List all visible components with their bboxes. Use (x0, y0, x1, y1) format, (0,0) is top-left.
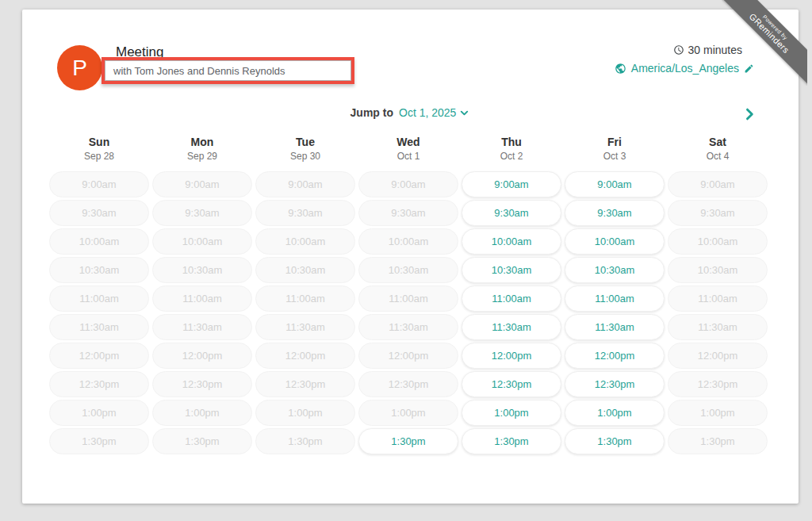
slot-wed-11:00am: 11:00am (358, 285, 458, 312)
timezone-text: America/Los_Angeles (631, 62, 739, 75)
slot-fri-1:00pm[interactable]: 1:00pm (565, 400, 665, 426)
slot-mon-9:00am: 9:00am (152, 171, 252, 197)
day-header-wed: WedOct 1 (358, 135, 458, 162)
slot-wed-10:30am: 10:30am (358, 257, 458, 283)
slot-fri-12:30pm[interactable]: 12:30pm (565, 371, 665, 397)
slot-fri-9:30am[interactable]: 9:30am (565, 200, 665, 226)
day-name: Thu (462, 135, 561, 149)
slot-sat-11:00am: 11:00am (668, 285, 768, 312)
slot-sat-1:00pm: 1:00pm (668, 400, 768, 426)
slot-sun-1:00pm: 1:00pm (49, 400, 149, 426)
day-date: Oct 1 (358, 151, 458, 162)
day-date: Oct 3 (565, 151, 665, 162)
jump-to-label: Jump to (350, 106, 393, 119)
slot-sat-1:30pm: 1:30pm (668, 428, 768, 454)
slot-thu-1:00pm[interactable]: 1:00pm (462, 400, 561, 426)
slot-tue-11:30am: 11:30am (255, 314, 355, 340)
jump-date-picker[interactable]: Oct 1, 2025 (399, 106, 470, 119)
day-name: Tue (255, 135, 355, 149)
slot-sat-12:30pm: 12:30pm (668, 371, 768, 397)
slot-fri-10:30am[interactable]: 10:30am (565, 257, 665, 283)
slot-wed-12:30pm: 12:30pm (358, 371, 458, 397)
slot-tue-9:30am: 9:30am (255, 200, 355, 226)
day-name: Fri (565, 135, 665, 149)
slot-sun-10:30am: 10:30am (49, 257, 149, 283)
slot-thu-10:00am[interactable]: 10:00am (462, 228, 561, 255)
chevron-right-icon (741, 106, 757, 122)
slot-sat-9:30am: 9:30am (668, 200, 768, 226)
day-header-mon: MonSep 29 (152, 135, 252, 162)
slot-tue-9:00am: 9:00am (255, 171, 355, 197)
day-date: Sep 30 (255, 151, 355, 162)
slot-thu-11:30am[interactable]: 11:30am (462, 314, 561, 340)
slot-fri-9:00am[interactable]: 9:00am (565, 171, 665, 197)
slot-sat-12:00pm: 12:00pm (668, 343, 768, 369)
slot-fri-11:00am[interactable]: 11:00am (565, 285, 665, 312)
slot-thu-1:30pm[interactable]: 1:30pm (462, 428, 561, 454)
slot-fri-10:00am[interactable]: 10:00am (565, 228, 665, 255)
clock-icon (673, 44, 684, 56)
slot-tue-10:00am: 10:00am (255, 228, 355, 255)
slot-fri-12:00pm[interactable]: 12:00pm (565, 343, 665, 369)
day-date: Oct 2 (462, 151, 561, 162)
slot-sat-10:00am: 10:00am (668, 228, 768, 255)
slot-sun-10:00am: 10:00am (49, 228, 149, 255)
slot-wed-1:30pm[interactable]: 1:30pm (358, 428, 458, 454)
slot-sat-11:30am: 11:30am (668, 314, 768, 340)
day-header-sun: SunSep 28 (49, 135, 149, 162)
slot-thu-12:30pm[interactable]: 12:30pm (462, 371, 561, 397)
slot-mon-1:00pm: 1:00pm (152, 400, 252, 426)
meeting-meta: 30 minutes America/Los_Angeles (615, 44, 754, 75)
slot-mon-10:30am: 10:30am (152, 257, 252, 283)
next-week-button[interactable] (738, 103, 760, 125)
slot-sun-12:30pm: 12:30pm (49, 371, 149, 397)
slot-wed-9:00am: 9:00am (358, 171, 458, 197)
duration-text: 30 minutes (688, 44, 742, 56)
slot-sun-11:30am: 11:30am (49, 314, 149, 340)
day-header-sat: SatOct 4 (668, 135, 768, 162)
slot-tue-1:00pm: 1:00pm (255, 400, 355, 426)
day-date: Sep 28 (49, 151, 149, 162)
slot-thu-10:30am[interactable]: 10:30am (462, 257, 561, 283)
slot-sat-9:00am: 9:00am (668, 171, 768, 197)
slot-thu-9:30am[interactable]: 9:30am (462, 200, 561, 226)
slot-mon-11:00am: 11:00am (152, 285, 252, 312)
meeting-subtitle: with Tom Jones and Dennis Reynolds (105, 60, 351, 81)
slot-mon-9:30am: 9:30am (152, 200, 252, 226)
globe-icon (615, 63, 626, 75)
slot-sun-9:00am: 9:00am (49, 171, 149, 197)
slot-thu-11:00am[interactable]: 11:00am (462, 285, 561, 312)
slot-tue-12:00pm: 12:00pm (255, 343, 355, 369)
slot-sun-12:00pm: 12:00pm (49, 343, 149, 369)
slot-fri-11:30am[interactable]: 11:30am (565, 314, 665, 340)
day-header-tue: TueSep 30 (255, 135, 355, 162)
day-name: Wed (358, 135, 458, 149)
jump-date-text: Oct 1, 2025 (399, 106, 456, 119)
slot-mon-11:30am: 11:30am (152, 314, 252, 340)
timezone-selector[interactable]: America/Los_Angeles (615, 62, 754, 75)
day-name: Mon (152, 135, 252, 149)
day-name: Sat (668, 135, 768, 149)
slot-wed-1:00pm: 1:00pm (358, 400, 458, 426)
slot-thu-9:00am[interactable]: 9:00am (462, 171, 561, 197)
slot-thu-12:00pm[interactable]: 12:00pm (462, 343, 561, 369)
subtitle-highlight-box: with Tom Jones and Dennis Reynolds (102, 57, 354, 84)
slot-mon-12:30pm: 12:30pm (152, 371, 252, 397)
slot-sat-10:30am: 10:30am (668, 257, 768, 283)
edit-pencil-icon[interactable] (744, 63, 754, 74)
slot-wed-9:30am: 9:30am (358, 200, 458, 226)
slot-sun-11:00am: 11:00am (49, 285, 149, 312)
slot-sun-9:30am: 9:30am (49, 200, 149, 226)
booking-card: P Meeting with Tom Jones and Dennis Reyn… (22, 10, 799, 504)
slot-mon-1:30pm: 1:30pm (152, 428, 252, 454)
avatar-letter: P (72, 56, 87, 81)
slot-fri-1:30pm[interactable]: 1:30pm (565, 428, 665, 454)
slot-mon-10:00am: 10:00am (152, 228, 252, 255)
slot-wed-11:30am: 11:30am (358, 314, 458, 340)
jump-to-row: Jump to Oct 1, 2025 (22, 106, 799, 119)
slot-sun-1:30pm: 1:30pm (49, 428, 149, 454)
day-date: Oct 4 (668, 151, 768, 162)
day-date: Sep 29 (152, 151, 252, 162)
slot-tue-12:30pm: 12:30pm (255, 371, 355, 397)
slot-wed-12:00pm: 12:00pm (358, 343, 458, 369)
